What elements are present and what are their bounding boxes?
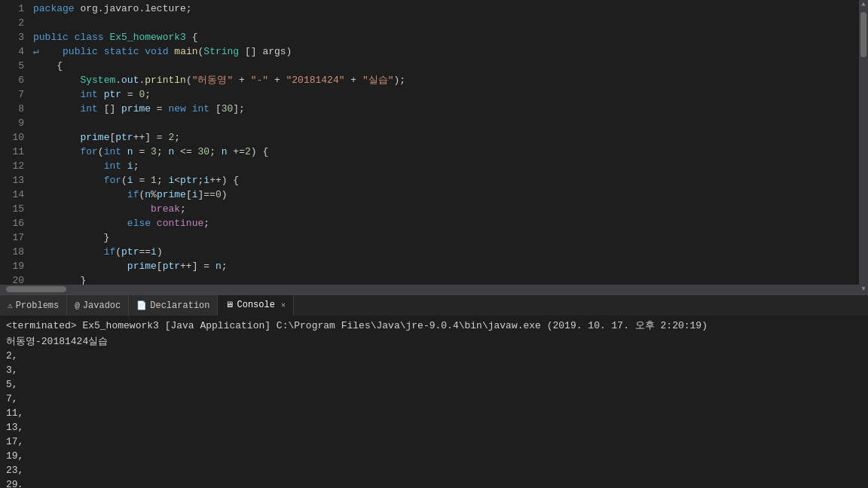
vertical-scrollbar[interactable]: ▲ ▼ — [859, 0, 868, 294]
token-plain: + — [233, 75, 250, 86]
token-plain: = — [151, 103, 168, 114]
token-plain — [33, 132, 80, 143]
scroll-thumb[interactable] — [860, 12, 866, 57]
tab-javadoc[interactable]: @Javadoc — [67, 295, 129, 316]
token-string: "-" — [251, 75, 268, 86]
token-kw: if — [104, 246, 116, 258]
console-output-line: 23, — [6, 463, 862, 477]
token-number: 30 — [222, 103, 234, 114]
token-plain — [33, 160, 104, 172]
console-close-icon[interactable]: ✕ — [281, 300, 286, 310]
token-plain: [] — [98, 103, 121, 114]
token-kw: void — [145, 46, 168, 57]
token-plain: += — [228, 146, 245, 157]
token-kw: for — [104, 175, 121, 186]
scroll-up-arrow[interactable]: ▲ — [859, 0, 868, 9]
token-sys: System — [80, 75, 115, 86]
console-output-line: 허동영-20181424실습 — [6, 334, 862, 349]
console-output-line: 7, — [6, 392, 862, 406]
code-line: prime[ptr++] = n; — [30, 259, 868, 273]
token-plain: { — [33, 60, 63, 72]
javadoc-tab-icon: @ — [75, 301, 80, 310]
code-line: break; — [30, 202, 868, 216]
token-plain: ; — [145, 89, 151, 100]
tab-problems[interactable]: ⚠Problems — [0, 295, 67, 316]
token-string: "허동영" — [192, 75, 234, 86]
console-output-line: 17, — [6, 435, 862, 449]
code-editor[interactable]: 1234567891011121314151617181920212223242… — [0, 0, 868, 294]
console-output-line: 29, — [6, 477, 862, 487]
console-output-line: 5, — [6, 377, 862, 392]
tab-declaration[interactable]: 📄Declaration — [129, 295, 218, 316]
token-plain — [151, 218, 157, 229]
token-plain — [69, 32, 75, 43]
code-lines: package org.javaro.lecture; public class… — [30, 0, 868, 294]
code-line: int i; — [30, 159, 868, 173]
token-plain — [33, 146, 80, 157]
code-line: } — [30, 230, 868, 245]
token-plain: ( — [186, 75, 192, 86]
code-line: for(int n = 3; n <= 30; n +=2) { — [30, 145, 868, 159]
console-output[interactable]: <terminated> Ex5_homework3 [Java Applica… — [0, 316, 868, 487]
token-var: i — [127, 175, 133, 186]
token-kw: class — [75, 32, 104, 43]
token-var: ptr — [180, 175, 197, 186]
token-plain: ) — [222, 189, 228, 200]
line-number: 6 — [6, 73, 24, 87]
token-var: prime — [157, 189, 186, 200]
token-plain: = — [133, 146, 151, 157]
bottom-panel: ⚠Problems@Javadoc📄Declaration🖥Console✕ <… — [0, 294, 868, 487]
token-var: prime — [127, 261, 157, 272]
token-plain: ) — [157, 246, 163, 258]
scroll-down-arrow[interactable]: ▼ — [859, 285, 868, 294]
token-plain: + — [268, 75, 286, 86]
code-line: prime[ptr++] = 2; — [30, 130, 868, 145]
token-var: n — [215, 261, 222, 272]
token-kw: new — [168, 103, 185, 114]
javadoc-tab-label: Javadoc — [83, 300, 121, 311]
token-plain: ; — [180, 203, 186, 215]
token-var: n — [127, 146, 133, 157]
line-number: 17 — [6, 230, 24, 245]
line-numbers: 1234567891011121314151617181920212223242… — [0, 0, 30, 294]
token-number: 1 — [151, 175, 157, 186]
line-number: 12 — [6, 159, 24, 173]
token-plain: [] args) — [239, 46, 292, 57]
token-plain: ++] = — [133, 132, 169, 143]
line-number: 15 — [6, 202, 24, 216]
token-plain: ) { — [251, 146, 268, 157]
token-plain: ; — [203, 218, 209, 229]
console-tab-icon: 🖥 — [225, 300, 234, 310]
token-kw: for — [80, 146, 97, 157]
token-ann: ↵ — [33, 46, 39, 57]
token-number: 2 — [245, 146, 251, 157]
token-plain: = — [133, 175, 151, 186]
token-var: i — [127, 160, 133, 172]
horizontal-scrollbar[interactable] — [0, 285, 859, 294]
token-plain: { — [186, 32, 198, 43]
token-var: ptr — [163, 261, 180, 272]
token-kw: else — [127, 218, 151, 229]
tab-console[interactable]: 🖥Console✕ — [218, 295, 293, 316]
token-plain — [39, 46, 63, 57]
problems-tab-icon: ⚠ — [8, 300, 13, 310]
token-plain: [ — [157, 261, 163, 272]
token-kw: static — [104, 46, 139, 57]
declaration-tab-label: Declaration — [150, 300, 209, 311]
token-number: 3 — [151, 146, 157, 157]
line-number: 9 — [6, 116, 24, 130]
token-kw: int — [104, 146, 121, 157]
token-kw: public — [63, 46, 98, 57]
token-method: main — [174, 46, 197, 57]
line-number: 4 — [6, 44, 24, 59]
code-line: if(ptr==i) — [30, 245, 868, 259]
token-plain — [186, 103, 192, 114]
token-plain: ( — [115, 246, 121, 258]
h-scroll-thumb[interactable] — [6, 286, 66, 292]
line-number: 13 — [6, 173, 24, 188]
declaration-tab-icon: 📄 — [136, 300, 147, 310]
code-line: if(n%prime[i]==0) — [30, 188, 868, 202]
token-var: prime — [121, 103, 151, 114]
token-plain: ]== — [198, 189, 215, 200]
line-number: 10 — [6, 130, 24, 145]
